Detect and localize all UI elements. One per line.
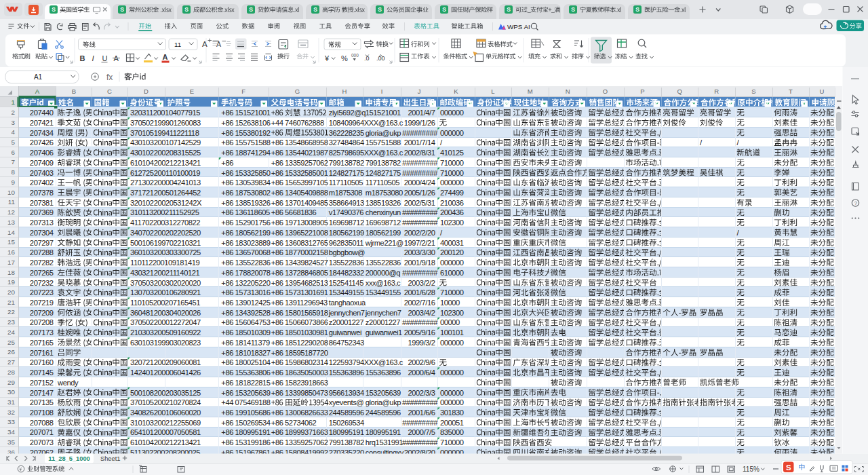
svg-text:U: U [102, 54, 108, 62]
svg-text:xxx@163.c: xxx@163.c [366, 279, 401, 287]
svg-text:2002/7/16: 2002/7/16 [404, 299, 435, 307]
svg-text:000: 000 [351, 53, 359, 58]
svg-text:110105200207165451: 110105200207165451 [130, 299, 200, 307]
svg-text:799138782: 799138782 [329, 159, 364, 167]
svg-text:m18753080: m18753080 [366, 189, 403, 197]
svg-text:2003/2/2: 2003/2/2 [408, 279, 435, 287]
svg-text:410125: 410125 [440, 149, 464, 157]
svg-text:N: N [566, 88, 570, 95]
svg-text:+86 157313016: +86 157313016 [221, 288, 270, 297]
svg-text:+86 152901756: +86 152901756 [221, 218, 270, 227]
svg-text:11: 11 [8, 198, 15, 206]
svg-text:xyevents@: xyevents@ [329, 398, 364, 406]
svg-text:+86 151521001: +86 151521001 [221, 109, 270, 117]
svg-text:340702200202202520: 340702200202202520 [130, 229, 201, 237]
svg-text:+86: +86 [221, 159, 233, 167]
svg-text:210303200509160922: 210303200509160922 [130, 328, 201, 337]
svg-text:+86 135522836: +86 135522836 [221, 259, 270, 267]
svg-text:14: 14 [7, 229, 15, 236]
svg-text:207265: 207265 [30, 269, 54, 277]
svg-text:32010220020531242X: 32010220020531242X [130, 199, 202, 207]
svg-text:+86 13965221008: +86 13965221008 [271, 229, 328, 237]
svg-text:000000: 000000 [440, 178, 464, 187]
svg-text:207161: 207161 [30, 349, 54, 357]
svg-text:+86 155380192: +86 155380192 [221, 129, 270, 137]
svg-text:169698712: 169698712 [329, 218, 364, 227]
svg-text:+86 155751588: +86 155751588 [221, 138, 270, 147]
svg-text:32: 32 [7, 408, 15, 416]
svg-text:z20001227: z20001227 [329, 318, 364, 326]
svg-text:z20001227: z20001227 [366, 318, 401, 326]
svg-text:207313: 207313 [30, 218, 54, 227]
svg-text:2002/8/31: 2002/8/31 [404, 149, 435, 157]
svg-text:271302200004241013: 271302200004241013 [130, 178, 201, 187]
svg-text:362228235: 362228235 [329, 129, 364, 137]
svg-text:180562199: 180562199 [366, 229, 401, 237]
svg-text:16: 16 [7, 248, 15, 256]
svg-text:430102200208315525: 430102200208315525 [130, 149, 201, 157]
svg-text:+86 18770002158: +86 18770002158 [271, 248, 328, 256]
svg-text:+86 15332585001: +86 15332585001 [271, 169, 328, 177]
svg-text:2001/6/28: 2001/6/28 [404, 288, 435, 297]
svg-text:1997/2/21: 1997/2/21 [404, 239, 435, 247]
svg-text:117110505: 117110505 [329, 178, 363, 187]
svg-text:+86 178820078: +86 178820078 [221, 269, 270, 277]
svg-text:10000: 10000 [440, 299, 460, 307]
svg-text:18: 18 [7, 269, 15, 276]
svg-text:+86 180562199: +86 180562199 [221, 229, 270, 237]
svg-text:+86 150269534: +86 150269534 [221, 419, 270, 427]
svg-text:+86 18635050003: +86 18635050003 [271, 368, 328, 377]
svg-text:jennychen7: jennychen7 [328, 309, 365, 317]
svg-text:J: J [418, 88, 421, 95]
svg-text:2001/7/14: 2001/7/14 [404, 138, 435, 147]
svg-text:710000: 710000 [440, 169, 464, 177]
svg-text:825798695XXX@163.c: 825798695XXX@163.c [329, 149, 403, 157]
svg-text:+86 181822815: +86 181822815 [221, 379, 270, 387]
svg-text:A: A [114, 54, 119, 62]
svg-text:180562199: 180562199 [329, 229, 364, 237]
svg-text:500108200203035125: 500108200203035125 [130, 389, 201, 397]
svg-text:ziyi5692@q: ziyi5692@q [329, 109, 366, 117]
svg-text:207173: 207173 [30, 328, 54, 337]
svg-text:153449155: 153449155 [329, 288, 364, 297]
svg-text:S: S [313, 6, 317, 13]
svg-text:13: 13 [7, 218, 15, 226]
svg-text:612725200110100019: 612725200110100019 [130, 169, 200, 177]
svg-text:200051: 200051 [440, 419, 464, 427]
svg-text:#########: ######### [402, 129, 438, 137]
svg-text:000000: 000000 [440, 389, 464, 397]
svg-text:630103199903020823: 630103199903020823 [130, 339, 201, 347]
svg-text:430103200107142529: 430103200107142529 [130, 138, 201, 147]
svg-text:+86 180025104: +86 180025104 [221, 358, 270, 366]
svg-text:S: S [120, 6, 124, 13]
svg-text:S: S [52, 6, 56, 13]
svg-text:+86 130539834: +86 130539834 [221, 178, 270, 187]
svg-text:+86 139012425: +86 139012425 [221, 299, 270, 307]
svg-text:21: 21 [7, 299, 15, 306]
svg-text:+86 155363806: +86 155363806 [221, 368, 270, 377]
svg-text:400031: 400031 [440, 239, 464, 247]
svg-text:000000: 000000 [440, 339, 464, 347]
svg-text:000000: 000000 [440, 398, 464, 406]
svg-text:360481200304020026: 360481200304020026 [130, 309, 201, 317]
svg-text:+86 13548668958: +86 13548668958 [271, 138, 328, 147]
svg-text:207378: 207378 [30, 189, 54, 197]
svg-text:2: 2 [12, 109, 15, 116]
svg-text:200000@q: 200000@q [366, 269, 401, 277]
svg-text:2002/9/6: 2002/9/6 [408, 358, 435, 366]
svg-text:26: 26 [7, 348, 15, 356]
svg-text:10: 10 [7, 189, 15, 196]
svg-text:20: 20 [7, 288, 15, 296]
svg-text:207135: 207135 [30, 398, 54, 406]
svg-text:207145: 207145 [30, 368, 54, 377]
svg-text:+86 181411379: +86 181411379 [221, 339, 270, 347]
svg-text:wjrme221@: wjrme221@ [365, 239, 403, 247]
svg-text:S: S [378, 6, 382, 13]
svg-text:+86 153325850: +86 153325850 [221, 169, 270, 177]
svg-text:799138782: 799138782 [329, 438, 364, 446]
svg-text:+86 15653997105: +86 15653997105 [271, 178, 328, 187]
svg-text:+86 15986802314: +86 15986802314 [271, 358, 328, 366]
svg-text:000000: 000000 [440, 109, 464, 117]
svg-text:12: 12 [7, 208, 15, 216]
svg-text:130703200106280921: 130703200106280921 [130, 288, 201, 297]
